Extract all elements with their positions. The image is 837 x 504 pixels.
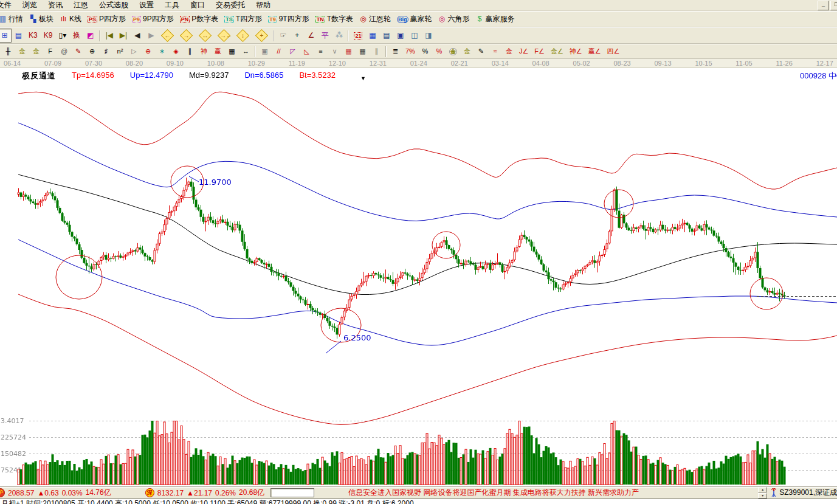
minimize-button[interactable]: _ bbox=[818, 1, 829, 10]
menu-item-5[interactable]: 设置 bbox=[134, 0, 159, 11]
brush-button[interactable]: ✎ bbox=[71, 44, 85, 58]
fan-grid-button[interactable]: ◺ bbox=[300, 44, 314, 58]
menu-item-9[interactable]: 帮助 bbox=[250, 0, 276, 11]
menu-item-7[interactable]: 窗口 bbox=[185, 0, 210, 11]
shenzhen-index-quote[interactable]: 深 8132.17 ▲21.17 0.26% 20.68亿 bbox=[145, 488, 264, 498]
f-angle-button[interactable]: F∠ bbox=[531, 44, 548, 58]
sectors-button[interactable]: ▚板块 bbox=[26, 12, 57, 26]
indicator-dropdown-icon[interactable]: ▼ bbox=[360, 75, 366, 81]
price-volume-canvas[interactable] bbox=[0, 68, 837, 486]
square-wheel-button[interactable]: ◈ bbox=[169, 44, 183, 58]
menu-item-3[interactable]: 江恩 bbox=[68, 0, 94, 11]
wave-v-button[interactable]: ∨ bbox=[328, 44, 342, 58]
box-rule-button[interactable]: ▣ bbox=[258, 44, 272, 58]
news-marquee[interactable]: 信息安全进入国家视野 网络设备将迎国产化蜜月期 集成电路将获大力扶持 新兴需求助… bbox=[314, 488, 757, 498]
9t-square-button[interactable]: T99T四方形 bbox=[265, 12, 312, 26]
zoom-out-v-button[interactable]: ↕ bbox=[233, 29, 252, 43]
winner-service-button[interactable]: $赢家服务 bbox=[473, 12, 518, 26]
gold-gate-2-button[interactable]: 金 bbox=[29, 44, 43, 58]
save-button[interactable]: ▣ bbox=[393, 29, 407, 43]
grid-dark-button[interactable]: ▦ bbox=[356, 44, 370, 58]
quote-entry-input[interactable] bbox=[270, 488, 314, 497]
menu-item-2[interactable]: 资讯 bbox=[43, 0, 68, 11]
pan-left-button[interactable]: ← bbox=[158, 29, 177, 43]
menu-item-8[interactable]: 交易委托 bbox=[210, 0, 250, 11]
crosshair-button[interactable]: + bbox=[290, 29, 304, 43]
gold-circle-button[interactable]: 金 bbox=[446, 44, 460, 58]
fan-lines-button[interactable]: // bbox=[272, 44, 286, 58]
gold-red-button[interactable]: 金 bbox=[502, 44, 516, 58]
pct-line-button[interactable]: % bbox=[432, 44, 446, 58]
calculator-button[interactable]: ▦ bbox=[365, 29, 379, 43]
span-arrows-button[interactable]: ↔ bbox=[239, 44, 253, 58]
gold-line-button[interactable]: 金 bbox=[460, 44, 474, 58]
zoom-in-h-button[interactable]: →← bbox=[215, 29, 233, 43]
spiral-button[interactable]: @ bbox=[57, 44, 71, 58]
ying-tool-button[interactable]: 赢 bbox=[211, 44, 225, 58]
next-bar-button[interactable]: ▶ bbox=[144, 29, 158, 43]
gold-angle-button[interactable]: 金∠ bbox=[548, 44, 567, 58]
prev-bar-button[interactable]: ◀ bbox=[130, 29, 144, 43]
spinner-down-button[interactable]: ▼ bbox=[758, 493, 767, 499]
first-bar-button[interactable]: |◀ bbox=[102, 29, 116, 43]
grid-red-button[interactable]: ▦ bbox=[342, 44, 356, 58]
gann-shape-button[interactable]: 平 bbox=[318, 29, 332, 43]
pct-button[interactable]: % bbox=[418, 44, 432, 58]
calendar-button[interactable]: 21 bbox=[351, 29, 365, 43]
color-sort-button[interactable]: ◩ bbox=[83, 29, 97, 43]
kline-9-button[interactable]: K9 bbox=[41, 29, 56, 43]
t-number-table-button[interactable]: TNT数字表 bbox=[312, 12, 356, 26]
fan-box-button[interactable]: ◸ bbox=[286, 44, 300, 58]
pattern-cloud-button[interactable]: ⁂ bbox=[332, 29, 346, 43]
zoom-out-h-button[interactable]: ↔ bbox=[196, 29, 215, 43]
pct-7-button[interactable]: 7% bbox=[402, 44, 418, 58]
pan-right-button[interactable]: → bbox=[177, 29, 196, 43]
workstation-button[interactable]: ◨ bbox=[421, 29, 435, 43]
angle-measure-button[interactable]: ∠ bbox=[304, 29, 318, 43]
menu-item-6[interactable]: 工具 bbox=[159, 0, 185, 11]
ying-angle-button[interactable]: 赢∠ bbox=[585, 44, 604, 58]
quotes-button[interactable]: ▥行情 bbox=[0, 12, 26, 26]
zoom-all-button[interactable]: + bbox=[252, 29, 271, 43]
parallel-lines-button[interactable]: ∥ bbox=[370, 44, 384, 58]
gann-wheel-button[interactable]: ◎江恩轮 bbox=[356, 12, 394, 26]
menu-item-0[interactable]: 文件 bbox=[0, 0, 17, 11]
mirror-button[interactable]: ▷ bbox=[127, 44, 141, 58]
time-grid-button[interactable]: ╫ bbox=[1, 44, 15, 58]
period-select-button[interactable]: ▯▾ bbox=[55, 29, 69, 43]
last-bar-button[interactable]: ▶| bbox=[116, 29, 130, 43]
ladder-scale-button[interactable]: ≣ bbox=[388, 44, 402, 58]
network-button[interactable]: ◫ bbox=[407, 29, 421, 43]
menu-item-1[interactable]: 浏览 bbox=[17, 0, 43, 11]
notes-button[interactable]: ▤ bbox=[379, 29, 393, 43]
maximize-button[interactable]: □ bbox=[830, 1, 837, 10]
j-angle-button[interactable]: J∠ bbox=[516, 44, 531, 58]
spinner-up-button[interactable]: ▲ bbox=[758, 487, 767, 492]
p-number-table-button[interactable]: PNP数字表 bbox=[177, 12, 222, 26]
exchange-button[interactable]: 换 bbox=[69, 29, 83, 43]
hash-ruler-button[interactable]: ♯ bbox=[99, 44, 113, 58]
kline-button[interactable]: ılıK线 bbox=[57, 12, 84, 26]
market-overview-button[interactable]: ⊞ bbox=[0, 29, 12, 43]
t-square-button[interactable]: TST四方形 bbox=[221, 12, 265, 26]
p-square-button[interactable]: PSP四方形 bbox=[84, 12, 129, 26]
n-square-button[interactable]: n² bbox=[113, 44, 127, 58]
hexagon-button[interactable]: ◎六角形 bbox=[435, 12, 473, 26]
quote-mark-button[interactable]: ∥ bbox=[183, 44, 197, 58]
dense-grid-button[interactable]: ▦ bbox=[225, 44, 239, 58]
9p-square-button[interactable]: P99P四方形 bbox=[129, 12, 177, 26]
cycle-ruler-button[interactable]: ⊕ bbox=[85, 44, 99, 58]
ink-pen-button[interactable]: ✎ bbox=[474, 44, 488, 58]
pencil-lines-button[interactable]: ≡ bbox=[314, 44, 328, 58]
report-button[interactable]: ▤ bbox=[12, 29, 26, 43]
si-angle-button[interactable]: 四∠ bbox=[604, 44, 623, 58]
circle-cross-button[interactable]: ⊕ bbox=[141, 44, 155, 58]
menu-item-4[interactable]: 公式选股 bbox=[94, 0, 134, 11]
wave-band-button[interactable]: ≈ bbox=[488, 44, 502, 58]
shen-tool-button[interactable]: 神 bbox=[197, 44, 211, 58]
drag-hand-button[interactable]: ☞ bbox=[276, 29, 290, 43]
f-ruler-button[interactable]: F bbox=[43, 44, 57, 58]
shen-angle-button[interactable]: 神∠ bbox=[567, 44, 585, 58]
winner-wheel-button[interactable]: Big赢家轮 bbox=[394, 12, 435, 26]
gold-gate-1-button[interactable]: 金 bbox=[15, 44, 29, 58]
